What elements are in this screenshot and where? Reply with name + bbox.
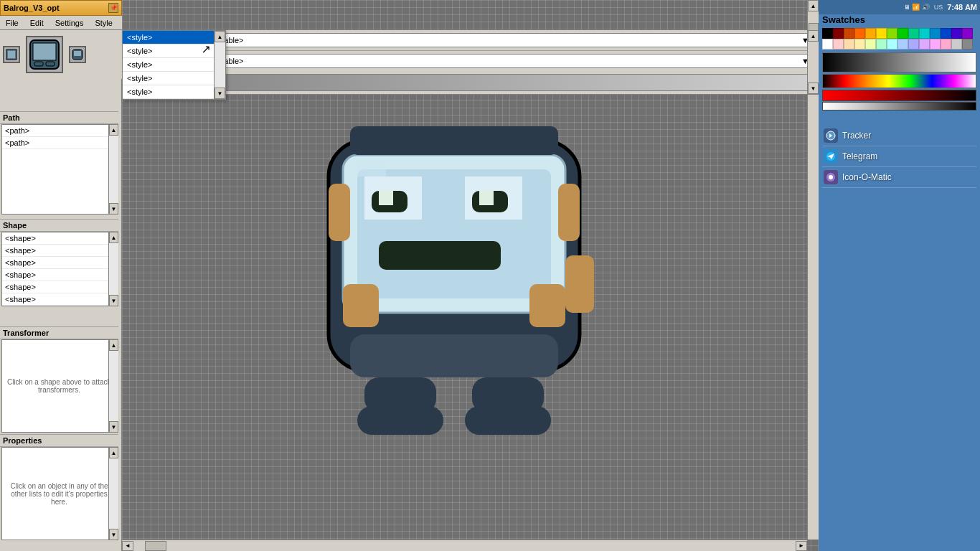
shape-item-2[interactable]: <shape> [2,257,116,269]
canvas-horizontal-scrollbar[interactable]: ◄ ► [122,540,807,551]
transformer-scroll-up[interactable]: ▲ [109,339,118,351]
properties-scroll-up[interactable]: ▲ [109,447,118,458]
swatch-green1[interactable] [887,28,897,39]
swatch-orange1[interactable] [844,28,854,39]
swatch-violet1[interactable] [951,28,962,39]
toolbar-icon-2[interactable] [69,46,86,63]
dropdown-item-3[interactable]: <style> [123,72,225,85]
transformer-scroll-down[interactable]: ▼ [109,421,118,433]
swatch-lt10[interactable] [930,39,941,50]
svg-rect-20 [343,284,379,327]
shape-header: Shape [0,219,118,232]
shape-item-1[interactable]: <shape> [2,245,116,257]
swatch-lt13[interactable] [962,39,973,50]
app-item-telegram[interactable]: Telegram [822,146,976,167]
canvas-scroll-right[interactable]: ► [796,541,807,551]
gradient-type-select[interactable]: <unavailable> ▼ [191,54,813,68]
transformer-scrollbar[interactable]: ▲ ▼ [108,339,118,433]
swatch-lt6[interactable] [887,39,897,50]
app-item-tracker[interactable]: Tracker [822,126,976,146]
svg-rect-16 [479,191,494,205]
swatch-lt2[interactable] [844,39,854,50]
canvas-scroll-thumb-h[interactable] [145,541,166,551]
menu-settings[interactable]: Settings [50,17,90,29]
style-type-row: Style type <unavailable> ▼ [122,30,819,51]
properties-scroll-down[interactable]: ▼ [109,529,118,540]
swatch-black[interactable] [822,28,833,39]
menu-edit[interactable]: Edit [24,17,50,29]
shape-scrollbar[interactable]: ▲ ▼ [108,232,118,306]
shape-item-3[interactable]: <shape> [2,269,116,281]
style-scroll-up[interactable]: ▲ [808,30,819,42]
path-item-1[interactable]: <path> [2,137,116,149]
style-scroll-down[interactable]: ▼ [808,83,819,94]
properties-list-container: Click on an object in any of the other l… [0,447,118,540]
swatch-lt4[interactable] [865,39,876,50]
rainbow-gradient-bar[interactable] [822,74,976,88]
path-item-0[interactable]: <path> [2,125,116,137]
shape-list: <shape> <shape> <shape> <shape> <shape> … [1,232,117,306]
gradient-type-row: Gradient type <unavailable> ▼ [122,51,819,71]
toolbar-icon-1[interactable] [3,46,20,63]
shape-scroll-up[interactable]: ▲ [109,232,118,243]
path-scroll-up[interactable]: ▲ [109,124,118,136]
pin-icon[interactable]: 📌 [108,3,118,13]
dark-gradient-bar[interactable] [822,102,976,110]
properties-scrollbar[interactable]: ▲ ▼ [108,447,118,540]
menu-file[interactable]: File [0,17,24,29]
swatch-lt5[interactable] [876,39,887,50]
swatch-dark-red[interactable] [833,28,844,39]
dropdown-scroll-up[interactable]: ▲ [215,31,225,42]
dropdown-item-0[interactable]: <style> [123,31,225,44]
dropdown-item-2[interactable]: <style> [123,58,225,72]
swatch-lt8[interactable] [908,39,919,50]
tray-icons: 🖥 📶 🔊 [904,4,930,11]
svg-rect-18 [329,184,350,241]
shape-item-0[interactable]: <shape> [2,232,116,245]
dropdown-scroll-down[interactable]: ▼ [215,88,225,99]
app-item-iconomatic[interactable]: Icon-O-Matic [822,167,976,188]
path-scrollbar[interactable]: ▲ ▼ [108,124,118,215]
swatch-cyan[interactable] [919,28,930,39]
svg-rect-5 [46,62,55,66]
swatch-teal1[interactable] [908,28,919,39]
style-type-select[interactable]: <unavailable> ▼ [191,33,813,47]
red-gradient-bar[interactable] [822,90,976,101]
shape-item-5[interactable]: <shape> [2,293,116,306]
swatch-yellow1[interactable] [865,28,876,39]
swatch-lt7[interactable] [897,39,908,50]
path-scroll-track [109,136,118,203]
swatch-green2[interactable] [897,28,908,39]
swatch-lt9[interactable] [919,39,930,50]
swatch-lt11[interactable] [941,39,951,50]
menu-style[interactable]: Style [89,17,118,29]
swatch-orange2[interactable] [854,28,865,39]
shape-item-4[interactable]: <shape> [2,281,116,293]
dropdown-item-4[interactable]: <style> [123,85,225,99]
swatch-blue2[interactable] [941,28,951,39]
shape-scroll-down[interactable]: ▼ [109,295,118,306]
pixel-art [293,118,659,486]
swatch-lt12[interactable] [951,39,962,50]
grey-gradient-bar[interactable] [822,52,976,72]
svg-rect-27 [465,406,551,435]
dropdown-item-1[interactable]: <style> [123,44,225,58]
svg-rect-1 [8,51,15,58]
swatch-white[interactable] [822,39,833,50]
swatch-blue1[interactable] [930,28,941,39]
toolbar-icon-large[interactable] [26,36,63,73]
app-name-tracker: Tracker [842,131,871,141]
swatch-violet2[interactable] [962,28,973,39]
transformer-panel: Transformer Click on a shape above to at… [0,326,118,433]
canvas-hscroll-inner: ◄ ► [122,540,807,551]
canvas-scroll-up[interactable]: ▲ [808,0,819,11]
swatches-grid [822,28,976,39]
canvas-scroll-left[interactable]: ◄ [122,541,133,551]
swatch-lt1[interactable] [833,39,844,50]
swatch-lt3[interactable] [854,39,865,50]
transformer-scroll-track [109,351,118,421]
path-scroll-down[interactable]: ▼ [109,203,118,215]
dropdown-scrollbar[interactable]: ▲ ▼ [214,31,225,99]
swatch-yellow2[interactable] [876,28,887,39]
svg-rect-28 [350,126,558,155]
